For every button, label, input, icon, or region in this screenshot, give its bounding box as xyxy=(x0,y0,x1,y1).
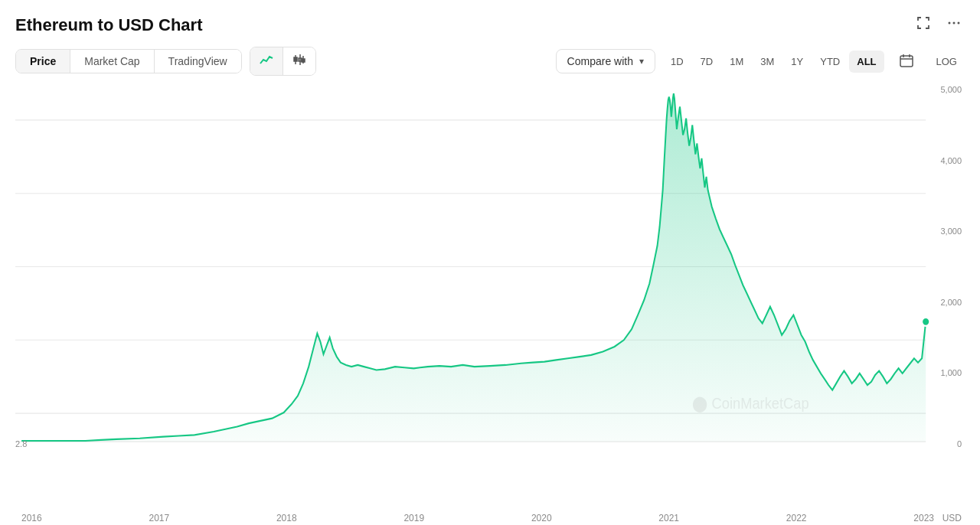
volume-chart-svg: (function(){ var svg = document.currentS… xyxy=(15,450,965,511)
line-chart-button[interactable] xyxy=(250,47,283,75)
y-axis-left: 2.8 xyxy=(15,83,38,450)
fullscreen-button[interactable] xyxy=(913,12,934,38)
tab-price[interactable]: Price xyxy=(16,50,70,73)
y-axis-right: 5,000 4,000 3,000 2,000 1,000 0 xyxy=(926,83,965,450)
chart-style-group xyxy=(250,47,316,76)
candlestick-button[interactable] xyxy=(283,47,315,75)
svg-text:⬤ CoinMarketCap: ⬤ CoinMarketCap xyxy=(692,395,808,412)
period-1m[interactable]: 1M xyxy=(722,51,751,73)
usd-currency-label: USD xyxy=(942,513,962,523)
chevron-down-icon: ▾ xyxy=(639,56,644,67)
period-all[interactable]: ALL xyxy=(849,51,884,73)
tab-market-cap[interactable]: Market Cap xyxy=(70,50,154,73)
calendar-button[interactable] xyxy=(892,48,921,75)
log-button[interactable]: LOG xyxy=(929,51,965,73)
compare-dropdown[interactable]: Compare with ▾ xyxy=(556,49,655,73)
x-axis-labels: 2016 2017 2018 2019 2020 2021 2022 2023 xyxy=(15,511,965,525)
svg-rect-4 xyxy=(294,57,297,61)
period-1y[interactable]: 1Y xyxy=(783,51,811,73)
chart-area: 5,000 4,000 3,000 2,000 1,000 0 2.8 xyxy=(15,83,965,525)
period-ytd[interactable]: YTD xyxy=(812,51,848,73)
period-3m[interactable]: 3M xyxy=(753,51,782,73)
page-title: Ethereum to USD Chart xyxy=(15,15,202,35)
svg-rect-9 xyxy=(900,56,913,67)
main-chart-container: 5,000 4,000 3,000 2,000 1,000 0 2.8 xyxy=(15,83,965,450)
svg-point-2 xyxy=(958,22,960,24)
svg-rect-8 xyxy=(302,59,305,62)
svg-point-1 xyxy=(953,22,956,24)
price-chart-svg: ⬤ CoinMarketCap xyxy=(15,83,965,450)
period-selector: 1D 7D 1M 3M 1Y YTD ALL xyxy=(663,51,884,73)
more-options-button[interactable] xyxy=(943,12,965,38)
period-7d[interactable]: 7D xyxy=(693,51,721,73)
volume-chart-container: (function(){ var svg = document.currentS… xyxy=(15,450,965,511)
compare-label: Compare with xyxy=(567,55,633,67)
svg-point-0 xyxy=(949,22,951,24)
chart-type-tabs: Price Market Cap TradingView xyxy=(15,49,242,73)
period-1d[interactable]: 1D xyxy=(663,51,691,73)
tab-trading-view[interactable]: TradingView xyxy=(155,50,241,73)
